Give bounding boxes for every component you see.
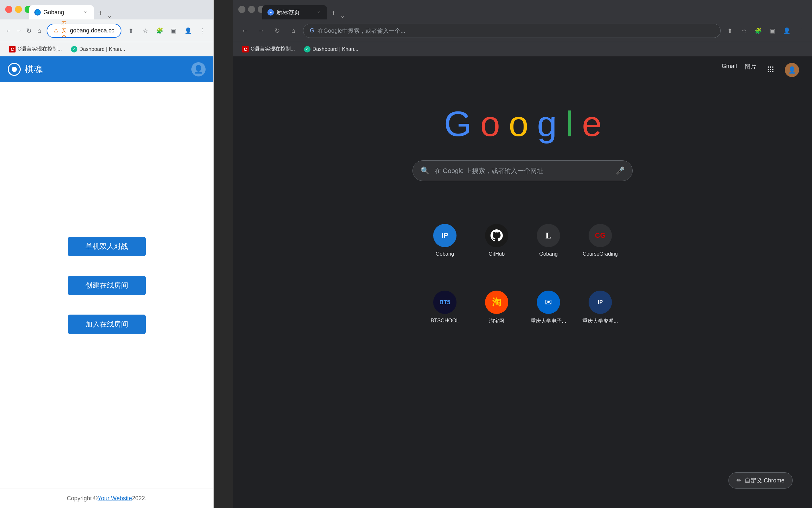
google-search-bar[interactable]: 🔍 在 Google 上搜索，或者输入一个网址 🎤 <box>413 160 633 181</box>
url-text-left: gobang.doeca.cc <box>70 27 114 34</box>
join-room-button[interactable]: 加入在线房间 <box>68 314 146 334</box>
svg-point-8 <box>772 71 773 72</box>
gobang-user-icon[interactable]: 👤 <box>191 62 205 77</box>
close-button-right[interactable] <box>238 6 245 13</box>
tab-dropdown-right[interactable]: ⌄ <box>340 12 351 19</box>
profile-icon[interactable]: 👤 <box>182 25 194 37</box>
gobang-logo-dot <box>12 67 17 72</box>
shortcut-btschool[interactable]: BT5 BTSCHOOL <box>422 287 468 329</box>
window-controls-right <box>238 6 265 13</box>
bookmark-khan[interactable]: ✓ Dashboard | Khan... <box>67 45 129 54</box>
shortcut-cqhu[interactable]: IP 重庆大学虎溪... <box>578 287 623 329</box>
profile-icon-right[interactable]: 👤 <box>781 25 793 37</box>
bookmark-icon[interactable]: ☆ <box>140 25 151 37</box>
address-bar-right: ← → ↻ ⌂ G 在Google中搜索，或者输入一个... ⬆ ☆ 🧩 ▣ 👤… <box>233 19 812 42</box>
left-title-bar: 🌐 Gobang × + ⌄ <box>0 0 213 19</box>
split-view-icon[interactable]: ▣ <box>168 25 180 37</box>
forward-button-right[interactable]: → <box>254 24 268 37</box>
bookmark-c-lang-right[interactable]: C C语言实现在控制... <box>238 44 299 54</box>
shortcut-icon-cqhu: IP <box>588 291 612 314</box>
shortcut-github[interactable]: GitHub <box>474 220 519 261</box>
tab-dropdown-left[interactable]: ⌄ <box>107 12 117 19</box>
footer-text-after: 2022. <box>132 495 147 502</box>
svg-point-7 <box>770 71 771 72</box>
split-view-icon-right[interactable]: ▣ <box>767 25 778 37</box>
reload-button-left[interactable]: ↻ <box>26 24 32 37</box>
mic-icon[interactable]: 🎤 <box>616 167 625 175</box>
tab-gobang[interactable]: 🌐 Gobang × <box>29 5 94 19</box>
share-icon-right[interactable]: ⬆ <box>724 25 735 37</box>
search-icon: 🔍 <box>421 167 429 175</box>
profile-avatar[interactable]: 👤 <box>785 63 799 77</box>
right-chrome-window: ● 新标签页 × + ⌄ ← → ↻ ⌂ G 在Google中搜索，或者输入一个… <box>233 0 812 508</box>
google-new-tab-page: Gmail 图片 👤 G o o g l e <box>233 56 812 508</box>
bookmark-favicon-c-lang: C <box>9 46 15 52</box>
shortcut-gobang2[interactable]: L Gobang <box>526 220 571 261</box>
gmail-link[interactable]: Gmail <box>722 63 737 77</box>
shortcut-taobao[interactable]: 淘 淘宝网 <box>474 287 519 329</box>
new-tab-button-left[interactable]: + <box>94 6 107 19</box>
bookmark-icon-right[interactable]: ☆ <box>738 25 750 37</box>
gobang-footer: Copyright © Your Website 2022. <box>0 489 213 508</box>
bookmark-c-lang[interactable]: C C语言实现在控制... <box>5 44 66 54</box>
address-input-left[interactable]: ⚠ 不安全 gobang.doeca.cc <box>47 24 122 38</box>
shortcut-coursegrading[interactable]: CG CourseGrading <box>578 220 623 261</box>
shortcut-label-gobang-ip: Gobang <box>436 251 454 257</box>
bookmark-favicon-c-lang-right: C <box>242 46 249 52</box>
customize-pencil-icon: ✏ <box>736 477 742 484</box>
tab-close-gobang[interactable]: × <box>82 9 89 15</box>
single-player-button[interactable]: 单机双人对战 <box>68 237 146 256</box>
bookmark-khan-right[interactable]: ✓ Dashboard | Khan... <box>300 45 362 54</box>
home-button-right[interactable]: ⌂ <box>287 24 300 37</box>
profile-avatar-icon: 👤 <box>788 66 796 74</box>
tab-newtab[interactable]: ● 新标签页 × <box>262 5 327 19</box>
footer-link[interactable]: Your Website <box>98 495 132 502</box>
bookmark-label-c-lang: C语言实现在控制... <box>17 46 62 52</box>
address-input-right[interactable]: G 在Google中搜索，或者输入一个... <box>303 24 721 38</box>
shortcut-label-cqemail: 重庆大学电子... <box>531 318 566 325</box>
bookmark-favicon-khan-right: ✓ <box>304 46 311 52</box>
extensions-icon[interactable]: 🧩 <box>154 25 165 37</box>
shortcut-label-taobao: 淘宝网 <box>489 318 505 325</box>
shortcut-gobang-ip[interactable]: IP Gobang <box>422 220 468 261</box>
shortcut-icon-coursegrading: CG <box>588 224 612 247</box>
svg-point-4 <box>770 69 771 70</box>
shortcut-icon-gobang2: L <box>537 224 560 247</box>
minimize-button-left[interactable] <box>15 6 22 13</box>
shortcut-icon-taobao: 淘 <box>485 291 508 314</box>
back-button-left[interactable]: ← <box>5 24 12 37</box>
close-button-left[interactable] <box>5 6 12 13</box>
bookmark-label-c-lang-right: C语言实现在控制... <box>251 46 295 52</box>
bookmark-label-khan-right: Dashboard | Khan... <box>313 46 359 52</box>
images-link[interactable]: 图片 <box>745 63 756 77</box>
back-button-right[interactable]: ← <box>238 24 251 37</box>
menu-icon-right[interactable]: ⋮ <box>795 25 807 37</box>
search-engine-icon: G <box>310 27 315 34</box>
shortcut-cqemail[interactable]: ✉ 重庆大学电子... <box>526 287 571 329</box>
right-title-bar: ● 新标签页 × + ⌄ <box>233 0 812 19</box>
share-icon[interactable]: ⬆ <box>125 25 137 37</box>
google-apps-button[interactable] <box>764 63 777 76</box>
shortcut-icon-gobang-ip: IP <box>433 224 457 247</box>
tab-close-newtab[interactable]: × <box>315 9 322 15</box>
address-placeholder-right: 在Google中搜索，或者输入一个... <box>318 27 714 35</box>
footer-text-before: Copyright © <box>67 495 97 502</box>
menu-icon[interactable]: ⋮ <box>196 25 208 37</box>
shortcut-label-btschool: BTSCHOOL <box>431 318 459 324</box>
logo-letter-G: G <box>444 104 471 143</box>
new-tab-button-right[interactable]: + <box>327 6 340 19</box>
forward-button-left[interactable]: → <box>15 24 22 37</box>
minimize-button-right[interactable] <box>248 6 255 13</box>
bookmark-favicon-khan: ✓ <box>71 46 78 52</box>
home-button-left[interactable]: ⌂ <box>36 24 43 37</box>
security-warning-text: 不安全 <box>61 20 67 41</box>
shortcut-icon-cqemail: ✉ <box>537 291 560 314</box>
bookmark-label-khan: Dashboard | Khan... <box>79 46 125 52</box>
google-header-area: Gmail 图片 👤 <box>233 56 812 77</box>
create-room-button[interactable]: 创建在线房间 <box>68 276 146 295</box>
gobang-header: 棋魂 👤 <box>0 56 213 82</box>
customize-chrome-button[interactable]: ✏ 自定义 Chrome <box>728 472 793 489</box>
extensions-icon-right[interactable]: 🧩 <box>753 25 764 37</box>
reload-button-right[interactable]: ↻ <box>271 24 284 37</box>
shortcuts-row1-container: IP Gobang GitHub L Goban <box>233 201 812 261</box>
